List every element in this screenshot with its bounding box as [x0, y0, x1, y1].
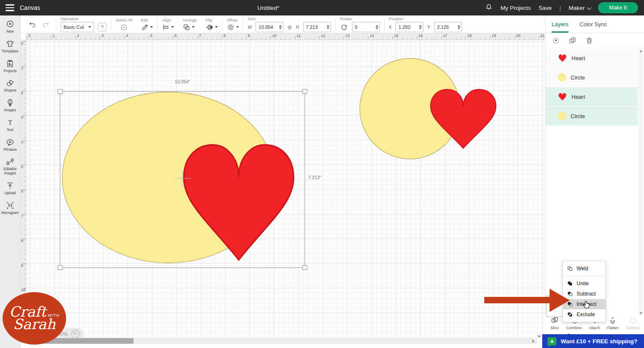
text-icon: T — [6, 118, 15, 127]
width-label: W — [248, 25, 252, 30]
sidebar-item-monogram[interactable]: M Monogram — [0, 201, 21, 215]
sidebar-item-text[interactable]: T Text — [0, 118, 21, 132]
y-stepper[interactable] — [458, 25, 460, 29]
ruler-number: 19 — [492, 34, 496, 38]
operation-help-button[interactable]: ? — [98, 23, 106, 31]
sidebar-item-phrases[interactable]: Phrases — [0, 138, 21, 152]
sidebar-item-upload[interactable]: Upload — [0, 181, 21, 195]
subtract-icon — [567, 291, 573, 297]
menu-icon[interactable] — [0, 4, 20, 11]
position-group: Position X 1.292 Y 2.125 — [385, 15, 466, 34]
layer-name: Heart — [571, 55, 585, 61]
save-link[interactable]: Save — [538, 5, 552, 11]
craft-with-sarah-logo: Craft WITH Sarah — [3, 292, 66, 345]
selection-handle-top-right[interactable] — [303, 89, 307, 94]
ruler-number: 4 — [126, 34, 128, 38]
panel-scrollbar[interactable] — [638, 48, 644, 316]
tab-color-sync[interactable]: Color Sync — [580, 15, 607, 33]
operation-group: Operation Basic Cut ? — [56, 15, 111, 34]
scroll-up-arrow-icon[interactable] — [640, 50, 642, 52]
select-all-icon[interactable] — [120, 23, 128, 31]
notifications-bell-icon[interactable] — [485, 3, 493, 12]
menu-item-subtract[interactable]: Subtract — [563, 289, 605, 299]
undo-icon[interactable] — [28, 21, 36, 28]
delete-trash-icon[interactable] — [585, 37, 593, 45]
rotate-stepper[interactable] — [376, 25, 378, 29]
x-stepper[interactable] — [419, 25, 422, 29]
make-it-button[interactable]: Make It — [598, 2, 638, 13]
operation-select[interactable]: Basic Cut — [61, 22, 94, 32]
layer-row-circle-2[interactable]: Circle — [546, 107, 638, 125]
promo-banner[interactable]: a Want £10 + FREE shipping? — [542, 334, 644, 348]
width-stepper[interactable] — [279, 25, 282, 29]
ruler-number: 3 — [21, 115, 23, 119]
sidebar-item-projects[interactable]: Projects — [0, 59, 21, 73]
select-layers-icon[interactable] — [552, 37, 560, 45]
zoom-in-button[interactable] — [71, 330, 79, 338]
circle-swatch-icon — [558, 112, 566, 120]
menu-item-exclude[interactable]: Exclude — [563, 309, 605, 320]
layer-row-heart-2[interactable]: Heart — [546, 87, 638, 106]
ruler-number: 18 — [467, 34, 471, 38]
new-icon — [6, 20, 15, 29]
y-input[interactable]: 2.125 — [434, 22, 462, 32]
selection-handle-top-left[interactable] — [58, 89, 62, 94]
select-all-group: Select All — [111, 15, 137, 34]
flip-icon[interactable] — [206, 23, 218, 31]
y-label: Y — [427, 25, 430, 30]
combine-menu: Weld Unite Subtract Intersect Exclude — [562, 261, 606, 322]
selection-handle-bottom-right[interactable] — [303, 266, 307, 270]
scroll-right-arrow-icon[interactable] — [532, 339, 535, 343]
rotate-input[interactable]: 0 — [352, 22, 380, 32]
rotate-icon[interactable] — [340, 23, 348, 31]
sidebar-item-shapes[interactable]: Shapes — [0, 79, 21, 93]
offset-icon[interactable] — [227, 23, 239, 31]
slice-icon — [550, 316, 559, 325]
selection-handle-bottom-left[interactable] — [58, 266, 62, 270]
ruler-number: 5 — [150, 34, 152, 38]
menu-divider — [563, 276, 605, 276]
caret-down-icon — [192, 26, 194, 28]
tab-layers[interactable]: Layers — [552, 15, 568, 33]
arrange-icon[interactable] — [182, 23, 194, 31]
layer-row-heart-1[interactable]: Heart — [546, 49, 638, 67]
sidebar-item-templates[interactable]: Templates — [0, 40, 21, 54]
menu-item-intersect[interactable]: Intersect — [563, 299, 605, 309]
design-canvas[interactable]: 10.054" 7.213" 0% — [26, 40, 544, 337]
duplicate-icon[interactable] — [568, 37, 577, 45]
redo-icon[interactable] — [42, 21, 50, 28]
heart-swatch-icon — [558, 92, 567, 101]
exclude-icon — [567, 311, 573, 317]
app-window: Canvas Untitled* My Projects Save | Make… — [0, 0, 644, 348]
vertical-ruler: 012345678910 — [21, 40, 26, 337]
canvas-horizontal-scrollbar[interactable] — [26, 338, 538, 344]
menu-item-weld[interactable]: Weld — [563, 263, 605, 274]
machine-select[interactable]: Maker — [568, 5, 590, 11]
width-input[interactable]: 10.054 — [255, 22, 283, 32]
height-input[interactable]: 7.213 — [303, 22, 331, 32]
edit-pencil-icon[interactable] — [141, 23, 153, 31]
app-header: Canvas Untitled* My Projects Save | Make… — [0, 0, 644, 15]
svg-text:M: M — [8, 202, 13, 208]
menu-item-unite[interactable]: Unite — [563, 278, 605, 289]
flatten-button[interactable]: Flatten — [607, 316, 619, 330]
sidebar-item-images[interactable]: Images — [0, 98, 21, 113]
scroll-down-arrow-icon[interactable] — [538, 336, 541, 338]
sidebar-item-new[interactable]: New — [0, 20, 21, 34]
x-input[interactable]: 1.292 — [395, 22, 423, 32]
ruler-number: 8 — [223, 34, 225, 38]
ruler-number: 14 — [370, 34, 374, 38]
sidebar-item-editable-images[interactable]: Editable Images — [0, 157, 21, 176]
align-icon[interactable] — [162, 23, 174, 31]
slice-button[interactable]: Slice — [550, 316, 559, 330]
caret-down-icon — [236, 26, 239, 28]
my-projects-link[interactable]: My Projects — [501, 5, 531, 11]
lock-aspect-icon[interactable] — [286, 24, 293, 31]
layer-row-circle-1[interactable]: Circle — [546, 68, 638, 87]
caret-down-icon — [150, 26, 153, 28]
document-title[interactable]: Untitled* — [240, 5, 296, 11]
height-label: H — [296, 25, 299, 30]
height-stepper[interactable] — [327, 25, 329, 29]
ruler-number: 9 — [21, 263, 23, 268]
contour-button[interactable]: Contour — [626, 316, 640, 330]
